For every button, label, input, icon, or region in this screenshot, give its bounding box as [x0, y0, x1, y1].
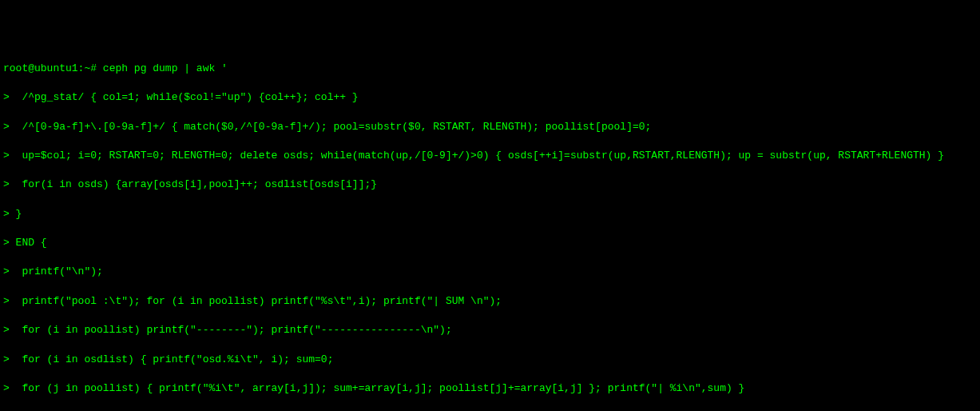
script-line: > up=$col; i=0; RSTART=0; RLENGTH=0; del…	[3, 149, 977, 163]
script-line: > printf("\n");	[3, 265, 977, 279]
script-line: > END {	[3, 236, 977, 250]
script-line: > for(i in osds) {array[osds[i],pool]++;…	[3, 178, 977, 192]
script-line: > for (i in poollist) printf("--------")…	[3, 323, 977, 337]
script-line: > /^pg_stat/ { col=1; while($col!="up") …	[3, 90, 977, 105]
script-line: > for (i in osdlist) { printf("osd.%i\t"…	[3, 353, 977, 367]
script-line: > printf("pool :\t"); for (i in poollist…	[3, 294, 977, 309]
script-line: > /^[0-9a-f]+\.[0-9a-f]+/ { match($0,/^[…	[3, 120, 977, 134]
script-line: > for (j in poollist) { printf("%i\t", a…	[3, 381, 977, 396]
command-text: ceph pg dump | awk '	[103, 62, 228, 74]
command-line[interactable]: root@ubuntu1:~# ceph pg dump | awk '	[3, 62, 977, 76]
shell-prompt: root@ubuntu1:~#	[3, 62, 103, 74]
script-line: > }	[3, 207, 977, 221]
